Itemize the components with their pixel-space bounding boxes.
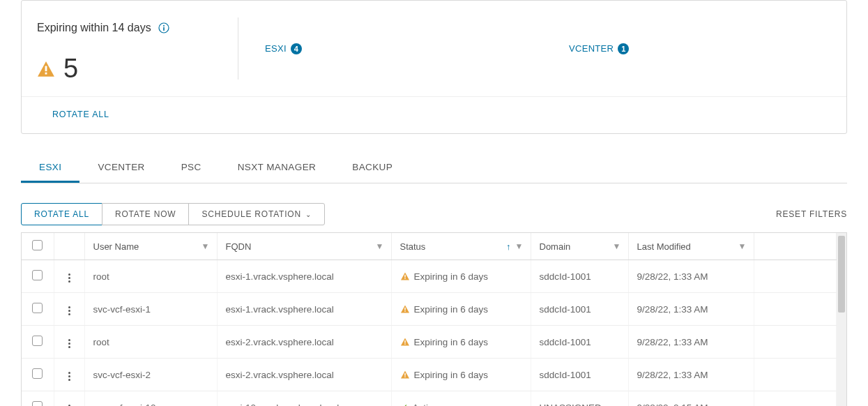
table-row: rootesxi-2.vrack.vsphere.localExpiring i… bbox=[22, 326, 837, 359]
svg-rect-10 bbox=[404, 343, 405, 344]
filter-icon[interactable]: ▼ bbox=[515, 241, 524, 251]
expiring-count: 5 bbox=[63, 54, 78, 84]
row-checkbox[interactable] bbox=[32, 303, 43, 313]
row-actions-menu[interactable] bbox=[66, 271, 73, 285]
col-user[interactable]: User Name ▼ bbox=[84, 233, 217, 260]
cell-fqdn: esxi-10.vrack.vsphere.local bbox=[217, 391, 391, 407]
header-row: User Name ▼ FQDN ▼ Status ↑ ▼ Domain ▼ bbox=[22, 233, 837, 260]
cell-modified: 9/28/22, 1:33 AM bbox=[628, 326, 754, 359]
summary-tile-esxi[interactable]: ESXI 4 bbox=[238, 1, 542, 96]
rotate-all-link[interactable]: ROTATE ALL bbox=[52, 110, 109, 119]
cell-domain: sddcId-1001 bbox=[531, 359, 628, 391]
svg-rect-9 bbox=[404, 340, 405, 343]
scrollbar[interactable] bbox=[837, 233, 846, 406]
cell-user: root bbox=[84, 326, 217, 359]
filter-icon[interactable]: ▼ bbox=[738, 241, 747, 251]
info-icon[interactable] bbox=[158, 22, 169, 33]
svg-rect-7 bbox=[404, 308, 405, 310]
cell-user: svc-vcf-esxi-10 bbox=[84, 391, 217, 407]
cell-domain: sddcId-1001 bbox=[531, 260, 628, 293]
row-checkbox[interactable] bbox=[32, 270, 43, 280]
schedule-label: SCHEDULE ROTATION bbox=[201, 209, 301, 219]
summary-card: Expiring within 14 days 5 ESXI 4 VCENTER… bbox=[21, 0, 847, 134]
tab-psc[interactable]: PSC bbox=[163, 155, 220, 183]
svg-rect-11 bbox=[404, 373, 405, 376]
toolbar: ROTATE ALL ROTATE NOW SCHEDULE ROTATION⌄… bbox=[21, 203, 847, 225]
schedule-rotation-button[interactable]: SCHEDULE ROTATION⌄ bbox=[188, 203, 324, 225]
warning-icon bbox=[400, 272, 410, 280]
row-actions-menu[interactable] bbox=[66, 369, 73, 384]
tab-nsxt[interactable]: NSXT MANAGER bbox=[220, 155, 335, 183]
warning-icon bbox=[400, 305, 410, 313]
cell-fqdn: esxi-2.vrack.vsphere.local bbox=[217, 326, 391, 359]
select-all-checkbox[interactable] bbox=[32, 240, 43, 250]
svg-rect-12 bbox=[404, 376, 405, 377]
filter-icon[interactable]: ▼ bbox=[201, 241, 210, 251]
cell-status: Expiring in 6 days bbox=[391, 326, 531, 359]
svg-rect-6 bbox=[404, 278, 405, 278]
svg-rect-3 bbox=[45, 66, 47, 71]
tile-label: ESXI bbox=[265, 43, 287, 54]
col-fqdn[interactable]: FQDN ▼ bbox=[217, 233, 391, 260]
row-checkbox[interactable] bbox=[32, 368, 43, 379]
tile-badge: 1 bbox=[618, 43, 629, 54]
chevron-down-icon: ⌄ bbox=[305, 211, 312, 218]
table-row: svc-vcf-esxi-1esxi-1.vrack.vsphere.local… bbox=[22, 293, 837, 326]
cell-modified: 9/28/22, 1:33 AM bbox=[628, 260, 754, 293]
cell-modified: 9/28/22, 2:15 AM bbox=[628, 391, 754, 407]
tabs: ESXI VCENTER PSC NSXT MANAGER BACKUP bbox=[21, 155, 847, 183]
svg-rect-8 bbox=[404, 310, 405, 311]
row-actions-menu[interactable] bbox=[66, 336, 73, 351]
filter-icon[interactable]: ▼ bbox=[613, 241, 621, 251]
cell-fqdn: esxi-1.vrack.vsphere.local bbox=[217, 260, 391, 293]
table-row: svc-vcf-esxi-2esxi-2.vrack.vsphere.local… bbox=[22, 359, 837, 391]
svg-rect-4 bbox=[45, 72, 47, 74]
warning-icon bbox=[37, 61, 55, 77]
table-row: svc-vcf-esxi-10esxi-10.vrack.vsphere.loc… bbox=[22, 391, 837, 407]
summary-tile-vcenter[interactable]: VCENTER 1 bbox=[542, 1, 846, 96]
svg-point-1 bbox=[163, 25, 165, 27]
tile-badge: 4 bbox=[291, 43, 302, 54]
rotate-now-button[interactable]: ROTATE NOW bbox=[102, 203, 190, 225]
data-grid: User Name ▼ FQDN ▼ Status ↑ ▼ Domain ▼ bbox=[21, 232, 847, 406]
check-icon: ✓ bbox=[400, 402, 409, 406]
cell-fqdn: esxi-1.vrack.vsphere.local bbox=[217, 293, 391, 326]
row-checkbox[interactable] bbox=[32, 401, 43, 406]
cell-status: Expiring in 6 days bbox=[391, 293, 531, 326]
col-domain[interactable]: Domain ▼ bbox=[531, 233, 628, 260]
scrollbar-thumb[interactable] bbox=[838, 236, 845, 313]
cell-user: svc-vcf-esxi-2 bbox=[84, 359, 217, 391]
table-row: rootesxi-1.vrack.vsphere.localExpiring i… bbox=[22, 260, 837, 293]
tile-label: VCENTER bbox=[569, 43, 614, 54]
cell-modified: 9/28/22, 1:33 AM bbox=[628, 293, 754, 326]
summary-title: Expiring within 14 days bbox=[37, 22, 151, 34]
cell-domain: sddcId-1001 bbox=[531, 326, 628, 359]
cell-status: Expiring in 6 days bbox=[391, 359, 531, 391]
cell-user: root bbox=[84, 260, 217, 293]
cell-user: svc-vcf-esxi-1 bbox=[84, 293, 217, 326]
row-actions-menu[interactable] bbox=[66, 402, 73, 406]
svg-rect-5 bbox=[404, 275, 405, 278]
reset-filters-button[interactable]: RESET FILTERS bbox=[776, 209, 847, 219]
warning-icon bbox=[400, 338, 410, 346]
tab-vcenter[interactable]: VCENTER bbox=[79, 155, 162, 183]
col-modified[interactable]: Last Modified ▼ bbox=[628, 233, 754, 260]
cell-status: ✓Active bbox=[391, 391, 531, 407]
row-actions-menu[interactable] bbox=[66, 303, 73, 318]
tab-esxi[interactable]: ESXI bbox=[21, 155, 79, 183]
cell-domain: UNASSIGNED bbox=[531, 391, 628, 407]
sort-asc-icon[interactable]: ↑ bbox=[506, 241, 511, 252]
row-checkbox[interactable] bbox=[32, 336, 43, 346]
col-status[interactable]: Status ↑ ▼ bbox=[391, 233, 531, 260]
tab-backup[interactable]: BACKUP bbox=[334, 155, 411, 183]
svg-rect-2 bbox=[163, 27, 165, 31]
rotate-all-button[interactable]: ROTATE ALL bbox=[21, 203, 102, 225]
cell-modified: 9/28/22, 1:33 AM bbox=[628, 359, 754, 391]
warning-icon bbox=[400, 370, 410, 379]
cell-fqdn: esxi-2.vrack.vsphere.local bbox=[217, 359, 391, 391]
cell-domain: sddcId-1001 bbox=[531, 293, 628, 326]
cell-status: Expiring in 6 days bbox=[391, 260, 531, 293]
filter-icon[interactable]: ▼ bbox=[376, 241, 384, 251]
